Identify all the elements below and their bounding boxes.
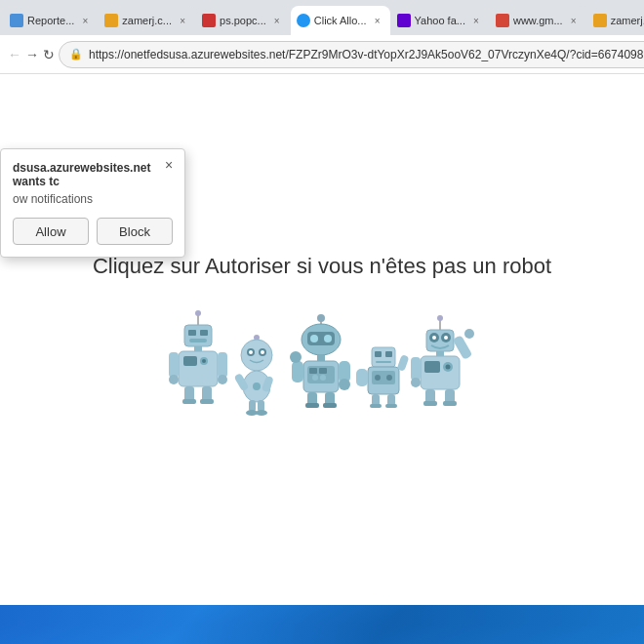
- svg-point-1: [195, 310, 201, 316]
- tab-label-reporter: Reporte...: [27, 15, 74, 26]
- svg-point-24: [249, 350, 253, 354]
- svg-point-10: [202, 359, 206, 363]
- tab-reporter[interactable]: Reporte... ×: [4, 6, 98, 35]
- popup-message: ow notifications: [13, 192, 173, 206]
- svg-point-27: [253, 382, 261, 390]
- tab-favicon-yahoo: [397, 14, 411, 27]
- tab-close-ps[interactable]: ×: [270, 14, 284, 27]
- svg-rect-66: [385, 404, 397, 408]
- tab-label-zamerj2: zamerj.c...: [611, 15, 644, 26]
- browser-window: Reporte... × zamerj.c... × ps.popc... × …: [0, 0, 644, 605]
- svg-rect-3: [188, 330, 196, 336]
- svg-rect-16: [218, 352, 227, 378]
- svg-rect-84: [443, 401, 457, 406]
- svg-rect-85: [411, 357, 421, 381]
- svg-rect-76: [436, 351, 444, 356]
- taskbar-background: [0, 605, 644, 644]
- nav-bar: ← → ↻ 🔒 https://onetfedsusa.azurewebsite…: [0, 35, 644, 74]
- svg-rect-44: [319, 368, 327, 374]
- svg-point-53: [290, 351, 302, 363]
- svg-rect-78: [424, 361, 440, 373]
- tab-favicon-ps: [202, 14, 216, 27]
- tab-zamerj2[interactable]: zamerj.c... ×: [587, 6, 644, 35]
- tab-yahoo[interactable]: Yahoo fa... ×: [391, 6, 489, 35]
- robots-illustration: [161, 308, 483, 425]
- svg-rect-58: [376, 361, 391, 363]
- tab-close-reporter[interactable]: ×: [78, 14, 92, 27]
- svg-rect-50: [323, 403, 337, 408]
- svg-point-31: [256, 410, 267, 416]
- svg-point-88: [464, 329, 474, 339]
- svg-rect-65: [370, 404, 382, 408]
- tab-favicon-gm: [496, 14, 509, 27]
- svg-point-21: [241, 340, 272, 371]
- tab-favicon-zamerj2: [593, 14, 607, 27]
- svg-rect-5: [189, 339, 207, 342]
- svg-rect-40: [317, 355, 325, 361]
- svg-point-45: [312, 375, 318, 381]
- forward-button[interactable]: →: [25, 41, 39, 68]
- tab-label-zamerj1: zamerj.c...: [122, 15, 172, 26]
- tab-label-ps: ps.popc...: [220, 15, 266, 26]
- svg-point-35: [317, 314, 325, 322]
- tab-gm[interactable]: www.gm... ×: [490, 6, 586, 35]
- refresh-button[interactable]: ↻: [43, 41, 55, 68]
- robots-svg: [161, 308, 483, 425]
- popup-close-button[interactable]: ×: [159, 155, 179, 175]
- svg-point-75: [444, 336, 448, 340]
- svg-rect-2: [184, 325, 212, 346]
- svg-rect-14: [200, 399, 214, 404]
- svg-rect-68: [356, 369, 368, 386]
- tab-label-gm: www.gm...: [513, 15, 563, 26]
- svg-point-18: [218, 375, 227, 384]
- svg-point-74: [432, 336, 436, 340]
- svg-rect-56: [375, 351, 382, 357]
- tab-close-gm[interactable]: ×: [567, 14, 581, 27]
- svg-point-54: [339, 379, 350, 390]
- back-button[interactable]: ←: [8, 41, 21, 68]
- svg-rect-13: [182, 399, 196, 404]
- popup-buttons: Allow Block: [13, 218, 173, 245]
- tab-favicon-zamerj1: [104, 14, 118, 27]
- block-button[interactable]: Block: [97, 218, 173, 245]
- svg-rect-55: [372, 347, 395, 367]
- allow-button[interactable]: Allow: [13, 218, 89, 245]
- svg-rect-57: [385, 351, 392, 357]
- svg-rect-43: [309, 368, 317, 374]
- tab-zamerj1[interactable]: zamerj.c... ×: [99, 6, 195, 35]
- svg-rect-6: [194, 346, 202, 351]
- tab-click[interactable]: Click Allo... ×: [291, 6, 390, 35]
- svg-point-17: [169, 375, 179, 384]
- tab-ps[interactable]: ps.popc... ×: [196, 6, 290, 35]
- svg-point-62: [386, 375, 392, 381]
- address-bar[interactable]: 🔒 https://onetfedsusa.azurewebsites.net/…: [59, 41, 644, 68]
- page-content: × dsusa.azurewebsites.net wants tc ow no…: [0, 74, 644, 605]
- svg-point-70: [437, 315, 443, 321]
- svg-rect-83: [423, 401, 437, 406]
- tab-label-click: Click Allo...: [314, 15, 367, 26]
- svg-rect-15: [169, 352, 179, 378]
- svg-rect-4: [200, 330, 208, 336]
- svg-point-61: [375, 375, 381, 381]
- tab-favicon-click: [297, 14, 310, 27]
- lock-icon: 🔒: [69, 48, 83, 60]
- svg-rect-49: [305, 403, 319, 408]
- tab-close-zamerj1[interactable]: ×: [176, 14, 189, 27]
- svg-point-38: [310, 335, 318, 342]
- svg-point-39: [324, 335, 332, 342]
- tab-favicon-reporter: [10, 14, 23, 27]
- popup-site-name: dsusa.azurewebsites.net wants tc: [13, 161, 173, 188]
- notification-popup: × dsusa.azurewebsites.net wants tc ow no…: [0, 148, 185, 258]
- svg-point-80: [446, 365, 451, 370]
- tab-close-click[interactable]: ×: [371, 14, 384, 27]
- tab-label-yahoo: Yahoo fa...: [415, 15, 465, 26]
- taskbar: [0, 605, 644, 644]
- svg-point-25: [261, 350, 264, 354]
- svg-point-87: [411, 378, 421, 387]
- svg-point-46: [320, 375, 326, 381]
- svg-rect-8: [183, 356, 197, 366]
- tab-bar: Reporte... × zamerj.c... × ps.popc... × …: [0, 0, 644, 35]
- svg-rect-51: [292, 361, 303, 382]
- tab-close-yahoo[interactable]: ×: [469, 14, 483, 27]
- address-text: https://onetfedsusa.azurewebsites.net/FZ…: [89, 48, 644, 61]
